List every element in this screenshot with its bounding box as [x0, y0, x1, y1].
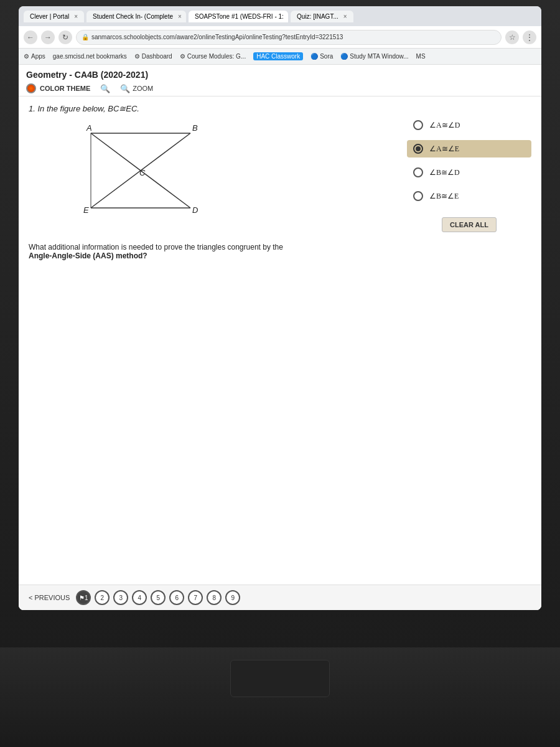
zoom-increase[interactable]: 🔍 ZOOM — [120, 84, 153, 93]
answer-option-3[interactable]: ∠B≅∠D — [407, 164, 531, 181]
color-theme-button[interactable]: COLOR THEME — [26, 83, 90, 93]
answers-panel: ∠A≅∠D ∠A≅∠E ∠B≅∠D ∠B≅∠E — [407, 104, 531, 577]
bookmark-dashboard-label: Dashboard — [142, 53, 172, 60]
bookmarks-bar: ⚙ Apps gae.smcisd.net bookmarks ⚙ Dashbo… — [19, 49, 541, 65]
previous-button[interactable]: < PREVIOUS — [29, 594, 70, 601]
page-circle-6[interactable]: 6 — [169, 590, 184, 605]
address-bar[interactable]: 🔒 sanmarcos.schoolobjects.com/aware2/onl… — [76, 30, 502, 45]
bookmark-gae-label: gae.smcisd.net bookmarks — [53, 53, 127, 60]
question-number: 1. — [29, 104, 35, 113]
trackpad[interactable] — [230, 660, 330, 697]
page-circle-5[interactable]: 5 — [151, 590, 166, 605]
page-circle-1[interactable]: ⚑ 1 — [76, 590, 91, 605]
question-subtext: What additional information is needed to… — [29, 243, 397, 260]
question-main-text: In the figure below, BC≅EC. — [37, 104, 139, 113]
answer-text-3: ∠B≅∠D — [429, 168, 460, 177]
label-c: C — [139, 168, 146, 177]
tab-clever[interactable]: Clever | Portal × — [24, 11, 84, 22]
navigation-bar: < PREVIOUS ⚑ 1 2 3 4 5 6 7 8 9 — [19, 585, 541, 610]
label-d: D — [192, 205, 198, 215]
zoom-label: ZOOM — [133, 85, 153, 92]
course-icon: ⚙ — [180, 53, 185, 60]
forward-button[interactable]: → — [41, 31, 55, 44]
laptop-bottom-frame — [0, 647, 560, 747]
bookmark-sora[interactable]: 🔵 Sora — [310, 53, 333, 60]
bookmark-button[interactable]: ☆ — [505, 31, 519, 44]
bookmark-hac-label: HAC Classwork — [256, 53, 300, 60]
bookmark-apps[interactable]: ⚙ Apps — [24, 53, 45, 60]
settings-icon: ⚙ — [134, 53, 140, 60]
tab-checkin-label: Student Check In- (Complete — [93, 13, 173, 20]
bookmark-dashboard[interactable]: ⚙ Dashboard — [134, 53, 172, 60]
page-header: Geometry - CA4B (2020-2021) COLOR THEME … — [19, 65, 541, 96]
page-circle-3[interactable]: 3 — [113, 590, 128, 605]
answer-text-2: ∠A≅∠E — [429, 144, 459, 154]
question-text: 1. In the figure below, BC≅EC. — [29, 104, 397, 113]
lock-icon: 🔒 — [82, 34, 89, 40]
laptop-frame: Clever | Portal × Student Check In- (Com… — [0, 0, 560, 747]
radio-1[interactable] — [413, 120, 423, 130]
page-circle-4[interactable]: 4 — [132, 590, 147, 605]
url-text: sanmarcos.schoolobjects.com/aware2/onlin… — [91, 34, 343, 40]
color-theme-label: COLOR THEME — [40, 85, 90, 92]
refresh-button[interactable]: ↻ — [58, 31, 72, 44]
toolbar-row: COLOR THEME 🔍 🔍 ZOOM — [26, 83, 534, 93]
tab-quiz-close[interactable]: × — [343, 13, 347, 20]
tab-quiz[interactable]: Quiz: [INAGT... × — [291, 11, 353, 22]
method-text: Angle-Angle-Side (AAS) method? — [29, 251, 147, 260]
radio-2[interactable] — [413, 144, 423, 154]
radio-4[interactable] — [413, 191, 423, 201]
question-area: 1. In the figure below, BC≅EC. — [29, 104, 397, 577]
answer-option-4[interactable]: ∠B≅∠E — [407, 187, 531, 205]
page-circle-2[interactable]: 2 — [95, 590, 110, 605]
bookmark-hac[interactable]: HAC Classwork — [253, 52, 303, 60]
tab-clever-close[interactable]: × — [74, 13, 78, 20]
tab-clever-label: Clever | Portal — [30, 13, 69, 20]
figure-container: A B C D E — [41, 121, 397, 235]
zoom-decrease-icon: 🔍 — [100, 84, 110, 93]
screen: Clever | Portal × Student Check In- (Com… — [19, 6, 541, 610]
tab-soaps-label: SOAPSTone #1 (WEDS-FRI - 1: — [195, 13, 284, 20]
page-title: Geometry - CA4B (2020-2021) — [26, 70, 534, 80]
bookmark-course-label: Course Modules: G... — [187, 53, 246, 60]
back-button[interactable]: ← — [24, 31, 37, 44]
flag-icon: ⚑ — [79, 594, 85, 601]
browser-window: Clever | Portal × Student Check In- (Com… — [19, 6, 541, 610]
geometry-figure: A B C D E — [41, 121, 240, 233]
label-e: E — [83, 205, 89, 215]
page-circle-7[interactable]: 7 — [188, 590, 203, 605]
subtext-main: What additional information is needed to… — [29, 243, 283, 251]
bookmark-study-label: Study MTA Window... — [350, 53, 408, 60]
study-icon: 🔵 — [340, 53, 348, 60]
bookmark-ms[interactable]: MS — [416, 53, 426, 60]
tab-soaps[interactable]: SOAPSTone #1 (WEDS-FRI - 1: × — [189, 11, 288, 22]
bookmark-course[interactable]: ⚙ Course Modules: G... — [180, 53, 246, 60]
page-content: Geometry - CA4B (2020-2021) COLOR THEME … — [19, 65, 541, 610]
page-circle-8[interactable]: 8 — [207, 590, 222, 605]
tab-bar: Clever | Portal × Student Check In- (Com… — [19, 6, 541, 26]
bookmark-ms-label: MS — [416, 53, 426, 60]
page-circles: ⚑ 1 2 3 4 5 6 7 8 9 — [76, 590, 240, 605]
answer-text-4: ∠B≅∠E — [429, 192, 459, 201]
bookmark-sora-label: Sora — [320, 53, 333, 60]
quiz-body: 1. In the figure below, BC≅EC. — [19, 96, 541, 585]
answer-text-1: ∠A≅∠D — [429, 121, 460, 130]
tab-quiz-label: Quiz: [INAGT... — [297, 13, 338, 20]
browser-toolbar: ← → ↻ 🔒 sanmarcos.schoolobjects.com/awar… — [19, 26, 541, 49]
zoom-decrease[interactable]: 🔍 — [100, 84, 110, 93]
radio-3[interactable] — [413, 167, 423, 177]
tab-checkin-close[interactable]: × — [178, 13, 182, 20]
label-b: B — [192, 123, 198, 133]
sora-icon: 🔵 — [310, 53, 318, 60]
answer-option-1[interactable]: ∠A≅∠D — [407, 116, 531, 134]
bookmark-study[interactable]: 🔵 Study MTA Window... — [340, 53, 408, 60]
page-circle-9[interactable]: 9 — [225, 590, 240, 605]
bookmark-gae[interactable]: gae.smcisd.net bookmarks — [53, 53, 127, 60]
color-dot-icon — [26, 83, 36, 93]
menu-button[interactable]: ⋮ — [523, 31, 536, 44]
answer-option-2[interactable]: ∠A≅∠E — [407, 140, 531, 157]
clear-all-button[interactable]: CLEAR ALL — [442, 217, 497, 232]
tab-checkin[interactable]: Student Check In- (Complete × — [86, 11, 186, 22]
label-a: A — [86, 123, 92, 133]
bookmark-apps-icon: ⚙ — [24, 53, 29, 60]
